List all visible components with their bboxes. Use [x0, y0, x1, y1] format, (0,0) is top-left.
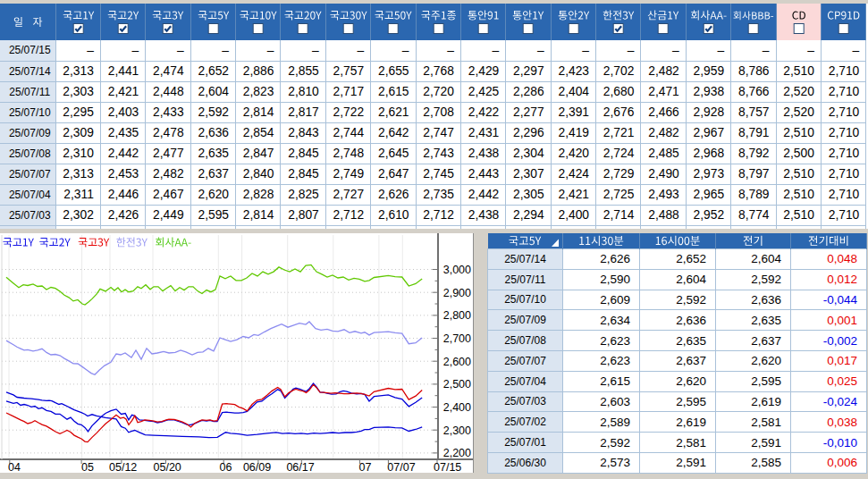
svg-text:2,300: 2,300	[443, 424, 471, 437]
svg-text:2,400: 2,400	[443, 401, 471, 414]
svg-text:07: 07	[359, 461, 372, 473]
svg-text:06/09: 06/09	[243, 461, 271, 473]
svg-text:3,000: 3,000	[443, 264, 471, 276]
svg-text:07/07: 07/07	[387, 461, 415, 473]
svg-text:2,900: 2,900	[443, 287, 471, 299]
svg-text:04: 04	[8, 461, 21, 473]
svg-text:2,700: 2,700	[443, 332, 471, 345]
svg-text:2,600: 2,600	[443, 356, 471, 368]
svg-text:05/12: 05/12	[109, 461, 137, 473]
svg-text:2,800: 2,800	[443, 309, 471, 322]
svg-text:2,500: 2,500	[443, 378, 471, 391]
svg-text:05/20: 05/20	[154, 461, 181, 473]
svg-text:2,200: 2,200	[443, 447, 471, 459]
svg-text:05: 05	[81, 461, 94, 473]
svg-text:06/17: 06/17	[286, 461, 314, 473]
svg-text:07/15: 07/15	[434, 461, 461, 473]
svg-text:06: 06	[220, 461, 232, 473]
